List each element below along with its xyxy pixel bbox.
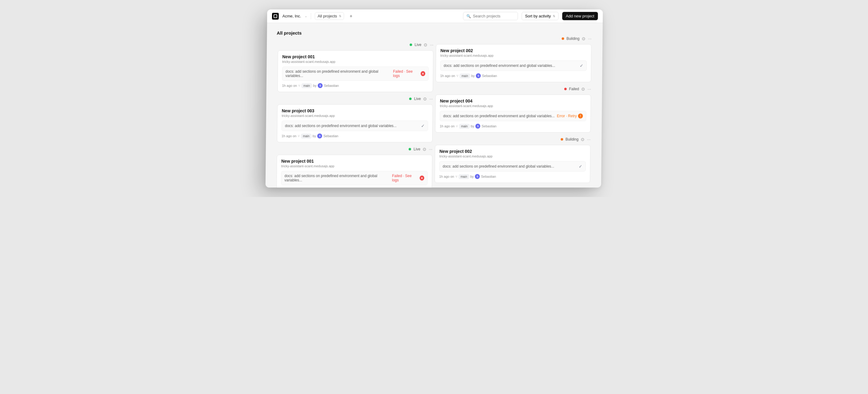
project-url: tricky-assistant-scant.medusajs.app: [440, 54, 587, 57]
status-label: Live: [414, 42, 421, 47]
by-label: by: [471, 74, 475, 77]
topbar-divider: [311, 13, 311, 19]
meta-row: 1h ago on ⑂ main by S Sebastian: [281, 134, 428, 138]
avatar: S: [476, 73, 481, 78]
sort-label: Sort by activity: [525, 14, 551, 19]
status-bar: Building ⊙ ···: [434, 135, 592, 144]
meta-row: 1h ago on ⑂ main by S Sebastian: [439, 124, 586, 129]
project-name: New project 004: [440, 98, 586, 103]
status-label: Live: [414, 97, 421, 101]
deploy-info-box: docs: add sections on predefined environ…: [281, 121, 428, 131]
error-icon: !: [578, 113, 583, 119]
card-group: Building ⊙ ··· New project 002 tricky-as…: [433, 135, 592, 185]
meta-row: 1h ago on ⑂ main by S Sebastian: [440, 73, 586, 78]
logo: [272, 12, 279, 20]
deploy-status-failed: Failed · See logs ✕: [393, 69, 425, 78]
project-card[interactable]: New project 001 tricky-assistant-scant.m…: [277, 50, 433, 92]
more-options-icon[interactable]: ···: [429, 96, 433, 101]
branch-badge: main: [459, 73, 470, 78]
project-name: New project 003: [282, 108, 428, 113]
more-options-icon[interactable]: ···: [430, 42, 434, 47]
status-dot-live: [409, 43, 412, 46]
search-input[interactable]: [473, 14, 515, 19]
check-icon: ✓: [579, 164, 582, 169]
status-bar: Failed ⊙ ···: [434, 85, 592, 93]
failed-icon: ✕: [420, 71, 425, 76]
project-card[interactable]: New project 001 tricky-assistant-scant.m…: [276, 155, 432, 188]
sort-button[interactable]: Sort by activity ⇅: [521, 12, 558, 20]
branch-badge: main: [459, 124, 470, 128]
project-card[interactable]: New project 002 tricky-assistant-scant.m…: [434, 145, 590, 183]
project-card[interactable]: New project 002 tricky-assistant-scant.m…: [435, 44, 591, 82]
project-name: New project 001: [282, 54, 429, 59]
time-ago: 1h ago on: [439, 124, 455, 128]
search-box: 🔍: [463, 12, 518, 20]
check-icon: ✓: [421, 124, 425, 128]
status-label: Live: [413, 147, 420, 152]
status-dot-live: [409, 98, 412, 100]
deploy-info-box: docs: add sections on predefined environ…: [440, 60, 587, 71]
org-chevron-icon[interactable]: ⌄: [305, 14, 307, 18]
add-tab-button[interactable]: +: [347, 12, 354, 20]
status-bar: Building ⊙ ···: [434, 34, 592, 43]
deploy-info-box: docs: add sections on predefined environ…: [440, 111, 586, 121]
by-label: by: [470, 174, 474, 178]
meta-row: 1h ago on ⑂ main by S Sebastian: [282, 83, 428, 88]
branch-icon: ⑂: [456, 124, 458, 128]
add-project-button[interactable]: Add new project: [562, 12, 598, 20]
deploy-status-failed: Failed · See logs ✕: [392, 174, 424, 182]
time-ago: 1h ago on: [439, 174, 454, 178]
avatar: S: [475, 124, 480, 129]
deploy-info-box: docs: add sections on predefined environ…: [439, 161, 586, 172]
commit-message: docs: add sections on predefined environ…: [443, 63, 555, 68]
status-bar: Live ⊙ ···: [276, 40, 434, 49]
author-name: Sebastian: [482, 74, 497, 77]
commit-message: docs: add sections on predefined environ…: [285, 69, 393, 78]
projects-select[interactable]: All projects ⇅: [315, 12, 344, 20]
time-ago: 1h ago on: [281, 134, 297, 138]
card-group: Live ⊙ ··· New project 003 tricky-assist…: [276, 95, 434, 144]
branch-icon: ⑂: [455, 174, 457, 178]
commit-message: docs: add sections on predefined environ…: [442, 164, 554, 168]
github-icon[interactable]: ⊙: [423, 147, 426, 152]
project-card[interactable]: New project 003 tricky-assistant-scant.m…: [277, 104, 433, 142]
author-name: Sebastian: [481, 124, 496, 128]
avatar: S: [475, 174, 480, 179]
project-name: New project 002: [439, 149, 586, 154]
github-icon[interactable]: ⊙: [423, 96, 427, 101]
branch-badge: main: [459, 174, 469, 179]
branch-badge: main: [301, 134, 311, 138]
commit-message: docs: add sections on predefined environ…: [443, 114, 555, 118]
project-url: tricky-assistant-scant.medusajs.app: [281, 164, 427, 168]
logo-inner: [273, 14, 277, 18]
more-options-icon[interactable]: ···: [429, 147, 432, 152]
deploy-info-box: docs: add sections on predefined environ…: [281, 171, 428, 185]
status-bar: Live ⊙ ···: [276, 95, 434, 103]
github-icon[interactable]: ⊙: [424, 42, 427, 47]
time-ago: 1h ago on: [282, 84, 297, 88]
card-group: Live ⊙ ··· New project 001 tricky-assist…: [275, 145, 434, 188]
commit-message: docs: add sections on predefined environ…: [284, 174, 392, 182]
card-group: Failed ⊙ ··· New project 004 tricky-assi…: [434, 85, 592, 134]
project-url: tricky-assistant-scant.medusajs.app: [282, 114, 428, 118]
failed-icon: ✕: [420, 175, 424, 180]
deploy-info-box: docs: add sections on predefined environ…: [282, 66, 429, 80]
status-dot-building: [560, 138, 563, 141]
check-icon: ✓: [580, 63, 583, 68]
main-content: All projects Live ⊙ ··· New project 001 …: [265, 23, 602, 188]
status-label: Failed: [569, 87, 579, 91]
time-ago: 1h ago on: [440, 74, 455, 77]
search-icon: 🔍: [466, 14, 471, 18]
projects-grid: Live ⊙ ··· New project 001 tricky-assist…: [274, 40, 593, 188]
projects-select-chevron-icon: ⇅: [339, 14, 341, 18]
org-name: Acme, Inc.: [282, 14, 301, 19]
card-group: Live ⊙ ··· New project 001 tricky-assist…: [276, 40, 435, 93]
project-url: tricky-assistant-scant.medusajs.app: [440, 104, 586, 108]
branch-icon: ⑂: [456, 74, 458, 77]
status-dot-failed: [564, 88, 566, 90]
author-name: Sebastian: [481, 174, 496, 178]
project-card[interactable]: New project 004 tricky-assistant-scant.m…: [435, 95, 591, 133]
projects-select-label: All projects: [317, 14, 337, 19]
by-label: by: [470, 124, 474, 128]
status-dot-building: [561, 37, 564, 40]
